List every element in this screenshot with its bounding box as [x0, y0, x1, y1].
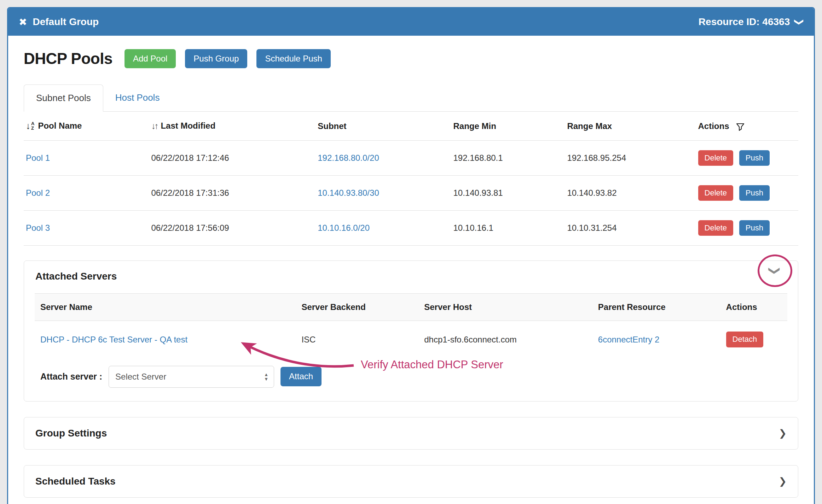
chevron-down-icon: ❯: [768, 266, 782, 276]
schedule-push-button[interactable]: Schedule Push: [256, 49, 330, 68]
subnet-link[interactable]: 10.140.93.80/30: [318, 188, 379, 198]
parent-resource-link[interactable]: 6connectEntry 2: [598, 335, 659, 344]
last-modified-cell: 06/22/2018 17:12:46: [147, 140, 314, 175]
collapse-toggle[interactable]: ❯: [758, 254, 792, 287]
push-button[interactable]: Push: [739, 150, 770, 166]
column-header-range-min: Range Min: [450, 112, 563, 140]
pool-tabs: Subnet Pools Host Pools: [24, 84, 798, 112]
column-header-server-host: Server Host: [418, 294, 592, 321]
column-header-server-name: Server Name: [35, 294, 296, 321]
delete-button[interactable]: Delete: [698, 220, 734, 236]
range-min-cell: 10.140.93.81: [450, 176, 563, 211]
delete-button[interactable]: Delete: [698, 185, 734, 201]
attach-button[interactable]: Attach: [280, 367, 322, 386]
push-button[interactable]: Push: [739, 220, 770, 236]
pool-name-link[interactable]: Pool 2: [26, 188, 50, 198]
resource-id: Resource ID: 46363: [699, 16, 790, 28]
group-header-bar: ✖ Default Group Resource ID: 46363 ❯: [8, 8, 814, 36]
pools-table: ↓ AZ Pool Name ↓↑ Last Modified: [24, 112, 798, 246]
servers-table: Server Name Server Backend Server Host P…: [35, 293, 787, 355]
pool-name-link[interactable]: Pool 1: [26, 153, 50, 163]
close-icon[interactable]: ✖: [19, 16, 27, 28]
default-group-window: ✖ Default Group Resource ID: 46363 ❯ DHC…: [7, 7, 815, 504]
table-row: Pool 2 06/22/2018 17:31:36 10.140.93.80/…: [24, 176, 798, 211]
range-max-cell: 192.168.95.254: [563, 140, 694, 175]
column-header-pool-name: ↓ AZ Pool Name: [24, 112, 147, 140]
table-row: Pool 1 06/22/2018 17:12:46 192.168.80.0/…: [24, 140, 798, 175]
tab-subnet-pools[interactable]: Subnet Pools: [24, 84, 103, 112]
subnet-link[interactable]: 192.168.80.0/20: [318, 153, 379, 163]
attach-server-label: Attach server :: [35, 371, 102, 382]
pool-name-link[interactable]: Pool 3: [26, 223, 50, 233]
delete-button[interactable]: Delete: [698, 150, 734, 166]
add-pool-button[interactable]: Add Pool: [125, 49, 176, 68]
last-modified-cell: 06/22/2018 17:31:36: [147, 176, 314, 211]
server-backend-cell: ISC: [296, 321, 418, 355]
group-settings-panel[interactable]: Group Settings ❯: [24, 417, 798, 450]
chevron-right-icon[interactable]: ❯: [778, 428, 787, 439]
column-header-parent-resource: Parent Resource: [592, 294, 720, 321]
table-row: Pool 3 06/22/2018 17:56:09 10.10.16.0/20…: [24, 211, 798, 246]
tab-host-pools[interactable]: Host Pools: [103, 84, 172, 111]
push-group-button[interactable]: Push Group: [185, 49, 247, 68]
attached-servers-panel: Attached Servers ❯ Server Name Server Ba…: [24, 260, 798, 401]
column-header-server-backend: Server Backend: [296, 294, 418, 321]
server-name-link[interactable]: DHCP - DHCP 6c Test Server - QA test: [40, 335, 187, 344]
column-header-range-max: Range Max: [563, 112, 694, 140]
subnet-link[interactable]: 10.10.16.0/20: [318, 223, 370, 233]
chevron-right-icon[interactable]: ❯: [778, 476, 787, 487]
range-max-cell: 10.10.31.254: [563, 211, 694, 246]
page-title: DHCP Pools: [24, 50, 112, 68]
range-min-cell: 192.168.80.1: [450, 140, 563, 175]
column-header-actions: Actions: [695, 112, 798, 140]
server-select[interactable]: Select Server: [109, 366, 274, 388]
group-title: Default Group: [33, 16, 99, 28]
filter-icon[interactable]: [736, 122, 745, 131]
column-header-subnet: Subnet: [314, 112, 450, 140]
scheduled-tasks-panel[interactable]: Scheduled Tasks ❯: [24, 465, 798, 498]
chevron-down-icon[interactable]: ❯: [794, 18, 805, 26]
column-header-actions: Actions: [720, 294, 787, 321]
column-header-last-modified: ↓↑ Last Modified: [147, 112, 314, 140]
sort-icon[interactable]: ↓↑: [151, 122, 157, 130]
detach-button[interactable]: Detach: [726, 332, 764, 347]
last-modified-cell: 06/22/2018 17:56:09: [147, 211, 314, 246]
server-host-cell: dhcp1-sfo.6connect.com: [418, 321, 592, 355]
sort-alpha-icon[interactable]: ↓ AZ: [26, 121, 34, 131]
table-row: DHCP - DHCP 6c Test Server - QA test ISC…: [35, 321, 787, 355]
attached-servers-header[interactable]: Attached Servers: [24, 261, 798, 292]
push-button[interactable]: Push: [739, 185, 770, 201]
range-max-cell: 10.140.93.82: [563, 176, 694, 211]
range-min-cell: 10.10.16.1: [450, 211, 563, 246]
